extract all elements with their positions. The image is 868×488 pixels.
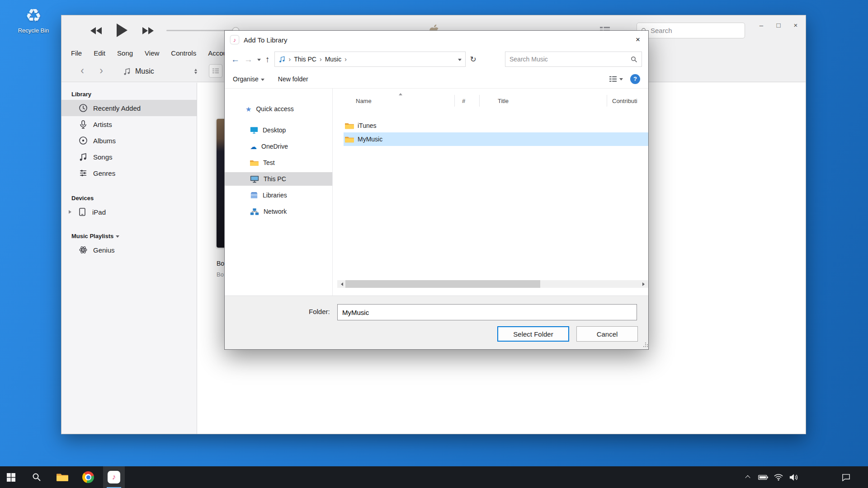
up-arrow-icon[interactable]: ↑	[265, 55, 270, 64]
sidebar-item-albums[interactable]: Albums	[61, 132, 197, 149]
back-arrow-icon[interactable]: ←	[231, 55, 240, 64]
rewind-button-icon[interactable]	[90, 27, 102, 34]
action-center-icon	[842, 474, 850, 481]
file-row-mymusic[interactable]: MyMusic	[344, 132, 648, 146]
taskbar-file-explorer[interactable]	[52, 466, 73, 488]
sidebar-item-recently-added[interactable]: Recently Added	[61, 100, 197, 116]
nav-item-this-pc[interactable]: This PC	[225, 172, 332, 186]
nav-item-label: Desktop	[263, 127, 286, 134]
wifi-icon	[774, 474, 783, 481]
forward-button-icon[interactable]	[142, 27, 154, 34]
itunes-app-icon: ♪	[230, 35, 239, 44]
recent-locations-chevron-icon[interactable]	[257, 59, 261, 63]
itunes-search-input[interactable]	[651, 27, 741, 34]
sidebar-item-genres[interactable]: Genres	[61, 165, 197, 181]
itunes-search-box[interactable]	[637, 23, 745, 38]
address-bar[interactable]: › This PC › Music ›	[274, 52, 466, 67]
breadcrumb-this-pc[interactable]: This PC	[294, 56, 316, 63]
nav-item-network[interactable]: Network	[225, 205, 332, 218]
dialog-title: Add To Library	[244, 36, 287, 44]
chevron-down-icon[interactable]	[116, 235, 119, 239]
album-artist[interactable]: Bo	[217, 271, 224, 278]
column-divider[interactable]	[454, 95, 455, 107]
column-divider[interactable]	[607, 95, 607, 107]
forward-nav-button[interactable]: ›	[94, 64, 108, 78]
view-toggle-button[interactable]	[209, 64, 222, 78]
address-dropdown-chevron-icon[interactable]	[458, 59, 462, 63]
dialog-search-box[interactable]	[505, 52, 642, 67]
dialog-footer: Folder: Select Folder Cancel	[225, 296, 648, 349]
select-folder-button[interactable]: Select Folder	[497, 326, 569, 342]
nav-item-label: Network	[264, 208, 287, 215]
network-indicator[interactable]	[771, 466, 786, 488]
sidebar-item-artists[interactable]: Artists	[61, 116, 197, 132]
horizontal-scrollbar[interactable]	[337, 280, 648, 288]
column-divider[interactable]	[479, 95, 480, 107]
sidebar-item-genius[interactable]: Genius	[61, 242, 197, 258]
nav-item-onedrive[interactable]: ☁ OneDrive	[225, 140, 332, 153]
nav-item-quick-access[interactable]: ★ Quick access	[225, 102, 332, 116]
breadcrumb-separator: ›	[320, 56, 322, 63]
libraries-icon	[250, 192, 258, 199]
back-nav-button[interactable]: ‹	[75, 64, 89, 78]
clock-icon	[79, 103, 88, 113]
breadcrumb-music[interactable]: Music	[325, 56, 342, 63]
dialog-close-button[interactable]: ×	[627, 31, 648, 49]
sidebar-item-label: Artists	[93, 121, 112, 128]
scroll-left-arrow[interactable]	[337, 280, 345, 288]
tray-expand-button[interactable]	[740, 466, 755, 488]
play-button-icon[interactable]	[117, 23, 127, 37]
disclosure-arrow-icon[interactable]	[69, 210, 73, 214]
volume-indicator[interactable]	[786, 466, 802, 488]
nav-item-test[interactable]: Test	[225, 156, 332, 169]
column-header-number[interactable]: #	[462, 98, 465, 104]
taskbar-itunes[interactable]: ♪	[103, 466, 125, 488]
menu-song[interactable]: Song	[111, 49, 139, 57]
taskbar-chrome[interactable]	[77, 466, 99, 488]
network-icon	[250, 208, 259, 216]
sidebar-item-ipad[interactable]: iPad	[61, 204, 197, 220]
folder-name-input[interactable]	[337, 304, 637, 320]
maximize-button[interactable]: □	[771, 19, 786, 31]
action-center-button[interactable]	[838, 466, 854, 488]
scroll-right-arrow[interactable]	[641, 280, 648, 288]
column-header-contributing[interactable]: Contributi	[612, 98, 637, 104]
taskbar-search-button[interactable]	[26, 466, 47, 488]
folder-icon	[345, 136, 354, 143]
library-header: Library	[61, 88, 197, 100]
recycle-bin[interactable]: ♻ Recycle Bin	[12, 5, 55, 34]
menu-file[interactable]: File	[65, 49, 88, 57]
cancel-button[interactable]: Cancel	[576, 326, 638, 342]
nav-item-label: This PC	[264, 175, 286, 183]
menu-edit[interactable]: Edit	[88, 49, 111, 57]
minimize-button[interactable]: –	[754, 19, 769, 31]
nav-item-libraries[interactable]: Libraries	[225, 188, 332, 202]
menu-controls[interactable]: Controls	[165, 49, 202, 57]
sidebar-item-label: Genres	[93, 169, 115, 177]
refresh-icon[interactable]: ↻	[470, 56, 476, 63]
resize-grip[interactable]	[645, 343, 646, 343]
close-button[interactable]: ×	[788, 19, 803, 31]
column-header-name[interactable]: Name	[356, 98, 372, 104]
nav-item-desktop[interactable]: Desktop	[225, 123, 332, 137]
sliders-icon	[79, 169, 88, 178]
dialog-titlebar[interactable]: ♪ Add To Library	[225, 31, 648, 49]
help-button[interactable]: ?	[630, 74, 640, 84]
grid-view-icon	[212, 68, 219, 74]
dialog-search-input[interactable]	[509, 56, 631, 63]
file-row-itunes[interactable]: iTunes	[344, 119, 648, 132]
menu-view[interactable]: View	[139, 49, 165, 57]
battery-indicator[interactable]	[755, 466, 771, 488]
media-kind-selector[interactable]: Music	[122, 64, 200, 79]
album-title[interactable]: Bo	[217, 260, 224, 267]
organise-menu-button[interactable]: Organise	[233, 75, 264, 83]
sidebar-item-songs[interactable]: Songs	[61, 149, 197, 165]
nav-item-label: Libraries	[263, 192, 287, 199]
forward-arrow-icon[interactable]: →	[244, 55, 253, 64]
start-button[interactable]	[0, 466, 22, 488]
scrollbar-thumb[interactable]	[345, 280, 540, 288]
new-folder-button[interactable]: New folder	[278, 75, 308, 83]
views-button[interactable]	[609, 75, 623, 83]
search-icon	[32, 473, 41, 482]
column-header-title[interactable]: Title	[498, 98, 509, 104]
